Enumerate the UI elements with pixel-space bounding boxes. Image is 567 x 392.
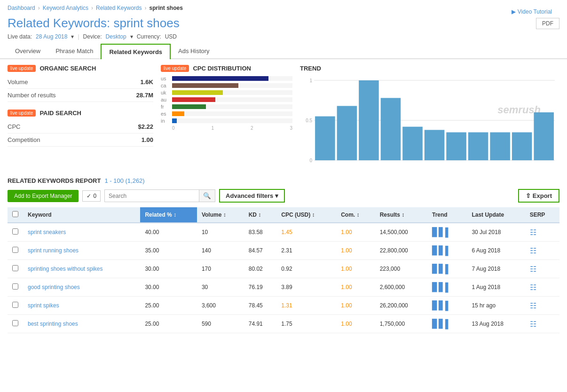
paid-search: live update PAID SEARCH CPC $2.22 Compet… bbox=[8, 110, 153, 147]
th-related[interactable]: Related % ↕ bbox=[140, 207, 197, 223]
row-checkbox[interactable] bbox=[12, 283, 18, 290]
th-com[interactable]: Com. ↕ bbox=[336, 207, 375, 223]
breadcrumb-sep1: › bbox=[38, 5, 40, 11]
tab-related-keywords[interactable]: Related Keywords bbox=[101, 44, 171, 59]
breadcrumb-related-keywords[interactable]: Related Keywords bbox=[96, 5, 142, 11]
export-button[interactable]: ⇧ Export bbox=[518, 189, 559, 203]
cpc-bar-fill bbox=[172, 111, 184, 116]
row-related: 35.00 bbox=[140, 242, 197, 260]
trend-mini-chart: ▊▋▌ bbox=[432, 319, 451, 329]
keyword-link[interactable]: sprint sneakers bbox=[28, 229, 66, 235]
trend-svg: 00.51 bbox=[300, 76, 559, 170]
row-volume: 170 bbox=[197, 260, 244, 278]
cpc-bar-wrap bbox=[172, 83, 292, 88]
keyword-link[interactable]: sprint spikes bbox=[28, 302, 59, 309]
search-button[interactable]: 🔍 bbox=[199, 190, 215, 202]
cpc-bar-row: us bbox=[161, 76, 292, 81]
serp-icon[interactable]: ☷ bbox=[530, 283, 536, 291]
svg-rect-14 bbox=[490, 133, 510, 161]
device-dropdown-icon[interactable]: ▾ bbox=[130, 33, 133, 40]
svg-text:0: 0 bbox=[310, 158, 313, 163]
breadcrumb-dashboard[interactable]: Dashboard bbox=[8, 5, 35, 11]
row-trend: ▊▋▌ bbox=[427, 260, 467, 278]
row-last-update: 7 Aug 2018 bbox=[467, 260, 525, 278]
row-checkbox-cell bbox=[8, 223, 23, 242]
device-dropdown[interactable]: Desktop bbox=[106, 33, 126, 40]
report-title: RELATED KEYWORDS REPORT bbox=[8, 177, 101, 184]
row-last-update: 13 Aug 2018 bbox=[467, 315, 525, 333]
row-results: 2,600,000 bbox=[375, 278, 427, 297]
svg-rect-15 bbox=[512, 133, 532, 161]
th-checkbox bbox=[8, 207, 23, 223]
check-badge[interactable]: ✓ 0 bbox=[82, 190, 101, 202]
row-trend: ▊▋▌ bbox=[427, 223, 467, 242]
row-results: 223,000 bbox=[375, 260, 427, 278]
row-results: 22,800,000 bbox=[375, 242, 427, 260]
cpc-bar-row: au bbox=[161, 97, 292, 102]
svg-text:1: 1 bbox=[310, 78, 313, 83]
row-checkbox[interactable] bbox=[12, 265, 18, 271]
th-cpc[interactable]: CPC (USD) ↕ bbox=[276, 207, 336, 223]
cpc-country-label: es bbox=[161, 111, 169, 117]
export-manager-button[interactable]: Add to Export Manager bbox=[8, 190, 79, 202]
video-tutorial-link[interactable]: ▶ Video Tutorial bbox=[504, 4, 559, 20]
tab-phrase-match[interactable]: Phrase Match bbox=[48, 44, 101, 58]
cpc-bar-fill bbox=[172, 90, 223, 95]
row-related: 30.00 bbox=[140, 278, 197, 297]
search-input[interactable] bbox=[105, 190, 199, 202]
breadcrumb-keyword-analytics[interactable]: Keyword Analytics bbox=[43, 5, 88, 11]
row-volume: 10 bbox=[197, 223, 244, 242]
cpc-country-label: in bbox=[161, 118, 169, 124]
tab-overview[interactable]: Overview bbox=[8, 44, 48, 58]
cpc-bar-wrap bbox=[172, 97, 292, 102]
toolbar: Add to Export Manager ✓ 0 🔍 Advanced fil… bbox=[8, 189, 559, 203]
row-checkbox[interactable] bbox=[12, 320, 18, 326]
advanced-filters-button[interactable]: Advanced filters ▾ bbox=[219, 189, 285, 203]
cpc-country-label: au bbox=[161, 97, 169, 102]
serp-icon[interactable]: ☷ bbox=[530, 247, 536, 255]
th-volume[interactable]: Volume ↕ bbox=[197, 207, 244, 223]
row-checkbox[interactable] bbox=[12, 247, 18, 253]
row-com: 1.00 bbox=[336, 242, 375, 260]
keyword-link[interactable]: good sprinting shoes bbox=[28, 284, 80, 290]
keyword-link[interactable]: best sprinting shoes bbox=[28, 321, 78, 327]
row-trend: ▊▋▌ bbox=[427, 242, 467, 260]
svg-rect-6 bbox=[315, 117, 335, 161]
metric-competition: Competition 1.00 bbox=[8, 133, 153, 147]
svg-rect-11 bbox=[425, 130, 445, 160]
date-link[interactable]: 28 Aug 2018 bbox=[36, 33, 67, 40]
cpc-bar-row: ca bbox=[161, 83, 292, 88]
row-keyword-cell: sprint spikes bbox=[23, 297, 140, 315]
organic-paid-section: live update ORGANIC SEARCH Volume 1.6K N… bbox=[8, 65, 153, 170]
row-checkbox[interactable] bbox=[12, 302, 18, 308]
dropdown-icon[interactable]: ▾ bbox=[71, 33, 74, 40]
row-checkbox[interactable] bbox=[12, 228, 18, 235]
row-trend: ▊▋▌ bbox=[427, 297, 467, 315]
th-results[interactable]: Results ↕ bbox=[375, 207, 427, 223]
table-body: sprint sneakers40.001083.581.451.0014,50… bbox=[8, 223, 559, 333]
keyword-link[interactable]: sprint running shoes bbox=[28, 247, 79, 254]
meta-row: Live data: 28 Aug 2018 ▾ | Device: Deskt… bbox=[0, 32, 567, 44]
serp-icon[interactable]: ☷ bbox=[530, 320, 536, 328]
trend-title: TREND bbox=[300, 65, 559, 72]
tab-ads-history[interactable]: Ads History bbox=[171, 44, 217, 58]
keyword-link[interactable]: sprinting shoes without spikes bbox=[28, 266, 102, 272]
cpc-country-label: fr bbox=[161, 104, 169, 110]
serp-icon[interactable]: ☷ bbox=[530, 302, 536, 310]
row-serp: ☷ bbox=[525, 260, 559, 278]
checkmark-icon: ✓ bbox=[87, 193, 91, 199]
cpc-bar-wrap bbox=[172, 76, 292, 81]
metric-cpc: CPC $2.22 bbox=[8, 120, 153, 133]
cpc-bar-fill bbox=[172, 76, 268, 81]
serp-icon[interactable]: ☷ bbox=[530, 265, 536, 273]
select-all-checkbox[interactable] bbox=[12, 211, 18, 217]
table-row: sprint spikes25.003,60078.451.311.0026,2… bbox=[8, 297, 559, 315]
cpc-axis: 0 1 2 3 bbox=[161, 125, 292, 131]
serp-icon[interactable]: ☷ bbox=[530, 228, 536, 236]
paid-live-badge: live update bbox=[8, 110, 36, 117]
cpc-bar-fill bbox=[172, 104, 206, 109]
th-kd[interactable]: KD ↕ bbox=[244, 207, 277, 223]
row-results: 14,500,000 bbox=[375, 223, 427, 242]
trend-mini-chart: ▊▋▌ bbox=[432, 246, 451, 255]
row-serp: ☷ bbox=[525, 278, 559, 297]
